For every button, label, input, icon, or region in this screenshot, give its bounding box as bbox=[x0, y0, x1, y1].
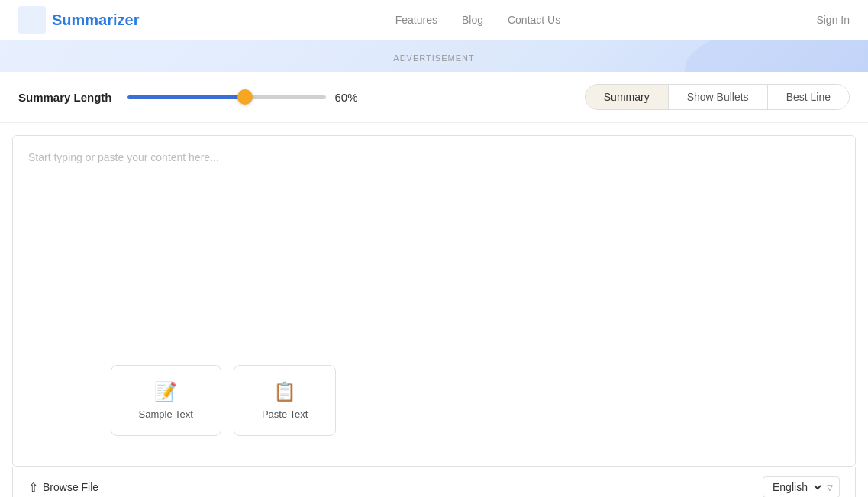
paste-text-card[interactable]: 📋 Paste Text bbox=[234, 365, 336, 436]
logo-area: 📚 Summarizer bbox=[18, 6, 140, 34]
browse-file-button[interactable]: ⇧ Browse File bbox=[28, 477, 98, 498]
slider-value: 60% bbox=[335, 91, 366, 104]
app-title: Summarizer bbox=[52, 11, 140, 29]
sample-text-label: Sample Text bbox=[139, 408, 193, 420]
nav-signin[interactable]: Sign In bbox=[816, 14, 850, 26]
output-pane bbox=[434, 136, 855, 466]
logo-icon: 📚 bbox=[18, 6, 46, 34]
tab-show-bullets[interactable]: Show Bullets bbox=[669, 85, 768, 109]
nav-contact[interactable]: Contact Us bbox=[508, 14, 560, 26]
sample-text-icon: 📝 bbox=[154, 381, 177, 402]
language-dropdown[interactable]: English Spanish French German Arabic bbox=[770, 480, 824, 494]
editor-section: 📝 Sample Text 📋 Paste Text bbox=[12, 135, 856, 467]
ad-label-top: ADVERTISEMENT bbox=[393, 53, 474, 63]
nav-links: Features Blog Contact Us bbox=[395, 14, 561, 26]
slider-container: 60% bbox=[127, 91, 372, 104]
paste-text-label: Paste Text bbox=[262, 408, 308, 420]
view-tab-group: Summary Show Bullets Best Line bbox=[585, 84, 850, 110]
nav-blog[interactable]: Blog bbox=[462, 14, 483, 26]
nav-features[interactable]: Features bbox=[395, 14, 437, 26]
tab-summary[interactable]: Summary bbox=[586, 85, 669, 109]
ad-banner-top: ADVERTISEMENT bbox=[0, 40, 868, 72]
chevron-down-icon: ▽ bbox=[827, 483, 833, 492]
bottom-bar: ⇧ Browse File English Spanish French Ger… bbox=[12, 467, 856, 497]
paste-text-icon: 📋 bbox=[273, 381, 296, 402]
action-buttons-area: 📝 Sample Text 📋 Paste Text bbox=[13, 334, 434, 466]
main-content: Summary Length 60% Summary Show Bullets … bbox=[0, 72, 868, 497]
app-header: 📚 Summarizer Features Blog Contact Us Si… bbox=[0, 0, 868, 40]
summary-length-slider[interactable] bbox=[127, 95, 326, 99]
upload-icon: ⇧ bbox=[28, 480, 38, 495]
svg-rect-0 bbox=[18, 6, 46, 34]
browse-file-label: Browse File bbox=[43, 481, 98, 493]
controls-bar: Summary Length 60% Summary Show Bullets … bbox=[0, 72, 868, 123]
input-pane: 📝 Sample Text 📋 Paste Text bbox=[13, 136, 434, 466]
input-textarea[interactable] bbox=[13, 136, 434, 334]
sample-text-card[interactable]: 📝 Sample Text bbox=[111, 365, 221, 436]
tab-best-line[interactable]: Best Line bbox=[768, 85, 849, 109]
language-selector[interactable]: English Spanish French German Arabic ▽ bbox=[763, 476, 840, 497]
summary-length-label: Summary Length bbox=[18, 91, 112, 104]
